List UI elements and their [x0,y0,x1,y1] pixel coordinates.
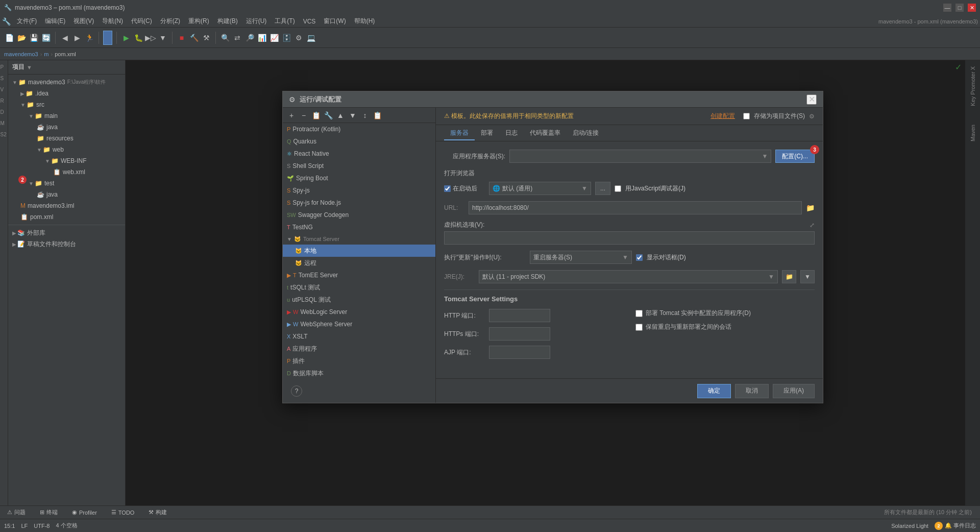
more-run-icon[interactable]: ▼ [158,33,168,43]
menu-refactor[interactable]: 重构(R) [184,16,213,27]
menu-window[interactable]: 窗口(W) [320,16,350,27]
config-item-quarkus[interactable]: Q Quarkus [283,135,435,148]
menu-build[interactable]: 构建(B) [213,16,242,27]
breadcrumb-m[interactable]: m [44,51,48,57]
menu-run[interactable]: 运行(U) [242,16,271,27]
tree-web[interactable]: ▼ 📁 web [8,144,125,155]
config-item-tsqlt[interactable]: t tSQLt 测试 [283,281,435,294]
config-item-shell-script[interactable]: S Shell Script [283,160,435,172]
remove-config-btn[interactable]: − [298,110,309,121]
menu-file[interactable]: 文件(F) [13,16,41,27]
tree-test-java[interactable]: ☕ java [8,189,125,200]
config-item-utplsql[interactable]: u utPLSQL 测试 [283,294,435,306]
profile-icon[interactable]: 📈 [269,33,279,43]
copy-config-btn[interactable]: 📋 [310,110,322,121]
status-indent[interactable]: 4 个空格 [56,522,77,529]
browser-dropdown[interactable]: 🌐 默认 (通用) ▼ [489,182,591,195]
jre-browse-btn[interactable]: 📁 [782,270,796,283]
sidebar-project-icon[interactable]: P [1,64,8,71]
tab-coverage[interactable]: 代码覆盖率 [524,127,567,140]
move-down-btn[interactable]: ▼ [347,110,358,121]
database-icon[interactable]: 🗄️ [281,33,291,43]
jre-dropdown[interactable]: 默认 (11 - project SDK) ▼ [479,270,778,283]
status-position[interactable]: 15:1 [4,523,15,529]
https-port-input[interactable] [489,327,550,341]
vm-options-input[interactable] [444,231,815,245]
tab-todo[interactable]: ☰ TODO [108,508,138,517]
run-icon[interactable]: ▶ [121,33,131,43]
config-item-application[interactable]: A 应用程序 [283,343,435,355]
config-item-db-script[interactable]: D 数据库脚本 [283,367,435,379]
status-theme[interactable]: Solarized Light [891,523,928,529]
tree-external-lib[interactable]: ▶ 📚 外部库 [8,227,125,238]
status-encoding[interactable]: UTF-8 [34,523,50,529]
dialog-close-button[interactable]: ✕ [806,94,817,105]
sidebar-services-icon[interactable]: S2 [1,132,8,139]
close-button[interactable]: ✕ [968,4,976,12]
status-events[interactable]: 2 🔔 事件日志 [935,522,976,530]
http-port-input[interactable] [489,309,550,322]
tab-profiler[interactable]: ◉ Profiler [69,508,100,517]
config-item-spring-boot[interactable]: 🌱 Spring Boot [283,172,435,184]
js-debugger-checkbox[interactable] [615,185,621,192]
config-item-tomcat-local[interactable]: ➤ 🐱 本地 [283,245,435,257]
menu-code[interactable]: 代码(C) [127,16,156,27]
help-button[interactable]: ? [291,385,302,397]
save-settings-gear-icon[interactable]: ⚙ [809,113,815,120]
run-with-coverage-icon[interactable]: ▶▷ [145,33,156,43]
build-icon[interactable]: 🔨 [189,33,199,43]
config-item-websphere[interactable]: ▶ W WebSphere Server [283,318,435,330]
sidebar-structure-icon[interactable]: S [1,76,8,83]
config-item-testng[interactable]: T TestNG [283,221,435,233]
config-item-tomee[interactable]: ▶ T TomEE Server [283,269,435,281]
config-group-tomcat[interactable]: ▼ 🐱 Tomcat Server [283,233,435,245]
exec-dropdown[interactable]: 重启服务器(S) ▼ [530,251,632,264]
menu-navigate[interactable]: 导航(N) [98,16,127,27]
cancel-button[interactable]: 取消 [735,384,769,398]
menu-tools[interactable]: 工具(T) [271,16,299,27]
open-icon[interactable]: 📂 [16,33,27,43]
keep-session-checkbox[interactable] [635,324,643,331]
config-item-xslt[interactable]: X XSLT [283,330,435,343]
tab-issues[interactable]: ⚠ 问题 [4,507,29,517]
tree-idea[interactable]: ▶ 📁 .idea [8,88,125,99]
config-item-spy-js-node[interactable]: S Spy-js for Node.js [283,197,435,209]
new-file-icon[interactable]: 📄 [4,33,14,43]
app-server-dropdown[interactable]: ▼ [509,150,771,163]
config-item-tomcat-remote[interactable]: 🐱 远程 [283,257,435,269]
menu-analyze[interactable]: 分析(Z) [156,16,184,27]
terminal-icon[interactable]: 💻 [306,33,316,43]
tree-root[interactable]: ▼ 📁 mavendemo3 F:\Java程序\软件 [8,77,125,88]
apply-button[interactable]: 应用(A) [773,384,815,398]
tree-resources[interactable]: 📁 resources [8,133,125,144]
add-config-button[interactable] [103,31,112,45]
tab-terminal[interactable]: ⊞ 终端 [37,507,61,517]
rebuild-icon[interactable]: ⚒ [201,33,211,43]
reload-icon[interactable]: 🔄 [41,33,51,43]
menu-vcs[interactable]: VCS [299,17,320,26]
on-launch-checkbox[interactable] [444,185,451,192]
tree-java[interactable]: ☕ java [8,122,125,133]
move-up-btn[interactable]: ▲ [335,110,346,121]
tree-scratches[interactable]: ▶ 📝 草稿文件和控制台 [8,238,125,250]
ajp-port-input[interactable] [489,346,550,359]
configure-server-btn[interactable]: 配置(C)... 3 [775,150,815,163]
sidebar-debug-icon[interactable]: D [1,109,8,116]
breadcrumb-project[interactable]: mavendemo3 [4,51,38,57]
tab-logs[interactable]: 日志 [499,127,524,140]
create-config-link[interactable]: 创建配置 [710,112,735,120]
add-config-btn[interactable]: + [286,110,297,121]
config-item-react-native[interactable]: ⚛ React Native [283,148,435,160]
deploy-tomcat-checkbox[interactable] [635,310,643,317]
maximize-button[interactable]: □ [955,4,964,12]
show-dialog-checkbox[interactable] [636,254,643,261]
back-icon[interactable]: ◀ [60,33,70,43]
sort-btn[interactable]: ↕ [359,110,371,121]
more-browser-btn[interactable]: ... [595,182,610,195]
menu-help[interactable]: 帮助(H) [350,16,379,27]
vm-expand-btn[interactable]: ⤢ [810,222,815,229]
find-icon[interactable]: 🔍 [220,33,230,43]
url-folder-icon[interactable]: 📁 [806,204,815,212]
save-as-file-checkbox[interactable] [743,113,750,119]
tree-main[interactable]: ▼ 📁 main [8,110,125,122]
